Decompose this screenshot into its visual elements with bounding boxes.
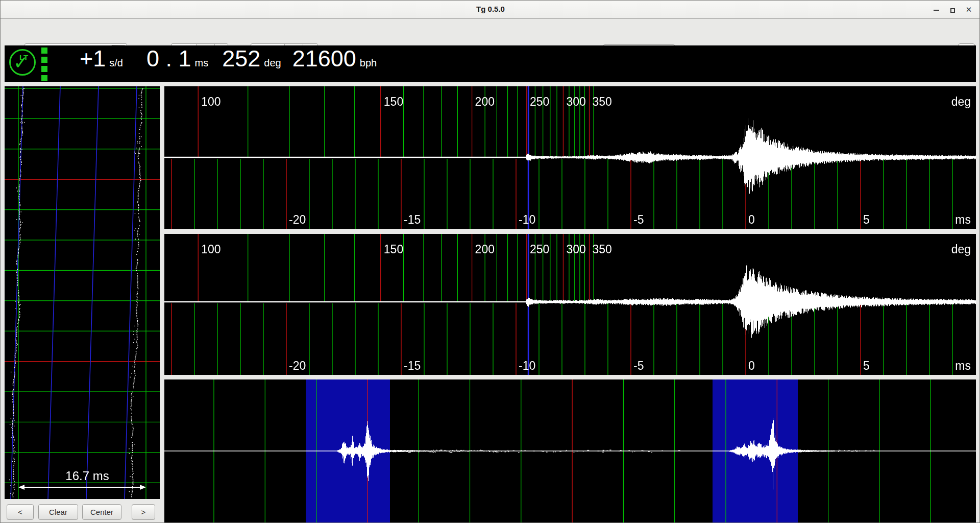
clear-button[interactable]: Clear	[38, 504, 78, 520]
tock-waveform-panel	[164, 234, 976, 375]
close-button[interactable]: ✕	[962, 4, 975, 16]
signal-block	[41, 47, 47, 54]
toolbar: bph 21600 ▼ lift angle 44 − + cal +0.0 −…	[1, 19, 980, 45]
maximize-icon	[950, 8, 955, 13]
rate-value: +1	[80, 45, 106, 72]
title-bar: Tg 0.5.0 ✕	[1, 1, 980, 19]
rate-unit: s/d	[109, 57, 123, 68]
tg-app-window: Tg 0.5.0 ✕ bph 21600 ▼ lift angle 44 − +…	[0, 0, 980, 523]
tg-logo-icon: LT ✓	[9, 49, 39, 79]
bph-unit: bph	[360, 57, 377, 68]
signal-block	[41, 75, 47, 81]
rate-readout: +1s/d	[80, 45, 123, 72]
scroll-left-button[interactable]: <	[7, 504, 34, 520]
amplitude-unit: deg	[264, 57, 281, 68]
amplitude-readout: 252deg	[222, 45, 281, 72]
minimize-button[interactable]	[929, 4, 943, 16]
signal-block	[41, 66, 47, 72]
center-button[interactable]: Center	[82, 504, 121, 520]
beat-error-readout: 0 . 1ms	[146, 45, 208, 72]
close-icon: ✕	[966, 5, 972, 14]
maximize-button[interactable]	[946, 4, 959, 16]
signal-block	[41, 57, 47, 63]
tick-waveform-panel	[164, 86, 976, 229]
beat-audio-panel	[164, 379, 976, 522]
bph-readout: 21600bph	[292, 45, 377, 72]
paperstrip-display	[5, 86, 160, 499]
window-title: Tg 0.5.0	[1, 5, 980, 13]
bph-value: 21600	[292, 45, 356, 72]
signal-strength-indicator	[41, 47, 47, 84]
beat-error-unit: ms	[195, 57, 209, 68]
beat-error-value: 0 . 1	[146, 45, 191, 72]
amplitude-value: 252	[222, 45, 260, 72]
minimize-icon	[934, 10, 939, 11]
logo-check-icon: ✓	[13, 52, 29, 74]
scroll-right-button[interactable]: >	[132, 504, 155, 520]
status-bar: LT ✓ +1s/d 0 . 1ms 252deg 21600bph	[5, 45, 976, 82]
